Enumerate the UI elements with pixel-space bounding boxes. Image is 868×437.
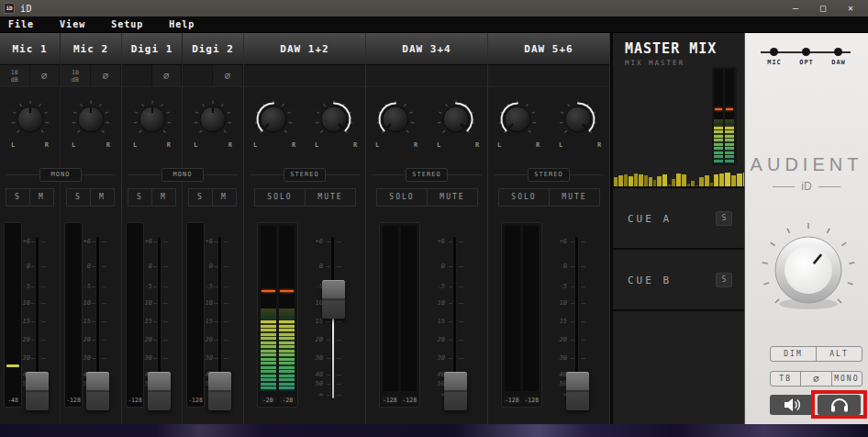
phase-invert-button[interactable]: ∅ bbox=[91, 65, 121, 86]
pan-right-label: R bbox=[292, 141, 295, 149]
channel-strip-daw56: DAW 5+6 L bbox=[488, 33, 610, 424]
input-select-daw[interactable] bbox=[834, 48, 842, 56]
pan-knob-left[interactable] bbox=[253, 99, 294, 140]
pan-knob[interactable] bbox=[10, 99, 50, 140]
cue-a-label: CUE A bbox=[628, 212, 672, 224]
level-history-graph bbox=[613, 168, 744, 188]
cue-a-solo-button[interactable]: S bbox=[716, 211, 732, 226]
fader-handle[interactable] bbox=[26, 372, 49, 410]
pan-knob[interactable] bbox=[193, 99, 233, 140]
mono-link-button[interactable]: MONO bbox=[161, 168, 204, 182]
speaker-icon bbox=[783, 398, 801, 412]
mute-button[interactable]: M bbox=[212, 189, 236, 206]
menu-bar: File View Setup Help bbox=[0, 17, 868, 33]
pan-left-label: L bbox=[559, 141, 562, 149]
channel-strip-mic1: Mic 1 10 dB ∅ bbox=[0, 33, 61, 424]
mute-button[interactable]: MUTE bbox=[549, 189, 599, 206]
master-subtitle: MIX MASTER bbox=[625, 59, 684, 67]
solo-button[interactable]: S bbox=[189, 189, 212, 206]
input-select-opt[interactable] bbox=[802, 48, 810, 56]
fader-handle[interactable] bbox=[322, 280, 345, 319]
phase-button[interactable]: ∅ bbox=[800, 372, 830, 386]
fader-scale: +60-5101520304050∞ bbox=[366, 220, 487, 424]
pan-knob-left[interactable] bbox=[497, 99, 538, 140]
stereo-link-button[interactable]: STEREO bbox=[284, 168, 326, 182]
menu-help[interactable]: Help bbox=[161, 19, 203, 29]
fader-scale: +60-5101520304050∞ bbox=[244, 220, 365, 424]
solo-button[interactable]: SOLO bbox=[377, 189, 427, 206]
pan-knob-right[interactable] bbox=[314, 99, 354, 140]
mute-button[interactable]: M bbox=[29, 189, 53, 206]
pan-left-label: L bbox=[253, 141, 257, 149]
stereo-link-button[interactable]: STEREO bbox=[406, 168, 448, 182]
solo-button[interactable]: SOLO bbox=[255, 189, 305, 206]
channel-strip-daw12: DAW 1+2 L bbox=[244, 33, 366, 424]
pan-knob[interactable] bbox=[71, 99, 111, 140]
phase-invert-button[interactable]: ∅ bbox=[30, 65, 61, 86]
mute-button[interactable]: M bbox=[151, 189, 175, 206]
mute-button[interactable]: M bbox=[90, 189, 114, 206]
maximize-button[interactable]: □ bbox=[809, 0, 837, 17]
channel-header: Digi 1 bbox=[122, 33, 182, 65]
fader-handle[interactable] bbox=[208, 372, 231, 410]
pan-left-label: L bbox=[437, 141, 440, 149]
mute-button[interactable]: MUTE bbox=[305, 189, 355, 206]
menu-file[interactable]: File bbox=[0, 19, 42, 29]
stereo-link-button[interactable]: STEREO bbox=[528, 168, 570, 182]
cue-a-section: CUE A S bbox=[613, 188, 744, 250]
mono-link-button[interactable]: MONO bbox=[39, 168, 82, 182]
monitor-volume-knob[interactable] bbox=[758, 219, 859, 320]
phase-invert-button[interactable]: ∅ bbox=[213, 65, 243, 86]
dim-alt-row: DIM ALT bbox=[770, 346, 862, 362]
stereo-link-row: STEREO bbox=[488, 168, 609, 182]
pan-left-label: L bbox=[11, 141, 15, 149]
input-select-mic[interactable] bbox=[770, 48, 778, 56]
fader-handle[interactable] bbox=[86, 372, 109, 410]
annotation-highlight-box bbox=[811, 390, 867, 419]
fader-handle[interactable] bbox=[148, 372, 171, 410]
mono-button[interactable]: MONO bbox=[831, 372, 862, 386]
pan-right-label: R bbox=[475, 141, 479, 149]
solo-button[interactable]: SOLO bbox=[499, 189, 549, 206]
tb-phase-mono-row: TB ∅ MONO bbox=[770, 371, 862, 387]
pan-knob[interactable] bbox=[132, 99, 172, 140]
solo-button[interactable]: S bbox=[128, 189, 151, 206]
fader-handle[interactable] bbox=[566, 372, 589, 410]
pan-left-label: L bbox=[72, 141, 75, 149]
input-label-daw: DAW bbox=[825, 59, 852, 66]
pan-knob-left[interactable] bbox=[375, 99, 416, 140]
solo-button[interactable]: S bbox=[67, 189, 90, 206]
channel-header: Digi 2 bbox=[183, 33, 243, 65]
menu-setup[interactable]: Setup bbox=[103, 19, 151, 29]
solo-button[interactable]: S bbox=[6, 189, 29, 206]
minimize-button[interactable]: – bbox=[782, 0, 809, 17]
menu-view[interactable]: View bbox=[51, 19, 94, 29]
pan-left-label: L bbox=[315, 141, 318, 149]
talkback-button[interactable]: TB bbox=[771, 372, 800, 386]
pan-left-label: L bbox=[133, 141, 137, 149]
alt-button[interactable]: ALT bbox=[816, 347, 862, 361]
gain-10db-button[interactable]: 10 dB bbox=[61, 65, 91, 86]
stereo-link-row: MONO bbox=[122, 168, 243, 182]
stereo-link-row: MONO bbox=[0, 168, 121, 182]
fader-handle[interactable] bbox=[444, 372, 467, 410]
phase-invert-button[interactable]: ∅ bbox=[152, 65, 183, 86]
cue-b-solo-button[interactable]: S bbox=[716, 273, 732, 287]
channel-header: DAW 5+6 bbox=[488, 33, 609, 65]
mute-button[interactable]: MUTE bbox=[427, 189, 477, 206]
monitor-control-panel: MIC OPT DAW AUDIENT iD DIM ALT TB bbox=[744, 33, 868, 424]
channel-header: DAW 1+2 bbox=[244, 33, 365, 65]
pan-knob-right[interactable] bbox=[436, 99, 476, 140]
app-icon: iD bbox=[4, 3, 15, 14]
peak-indicator bbox=[715, 108, 722, 110]
close-button[interactable]: ✕ bbox=[837, 0, 864, 17]
brand-logo: AUDIENT bbox=[745, 154, 868, 175]
input-label-mic: MIC bbox=[761, 59, 788, 66]
pan-knob-right[interactable] bbox=[558, 99, 598, 140]
cue-b-section: CUE B S bbox=[613, 250, 744, 311]
dim-button[interactable]: DIM bbox=[771, 347, 816, 361]
pan-left-label: L bbox=[375, 141, 379, 149]
peak-indicator bbox=[726, 108, 733, 110]
gain-10db-button[interactable]: 10 dB bbox=[0, 65, 30, 86]
speaker-output-button[interactable] bbox=[770, 395, 813, 415]
